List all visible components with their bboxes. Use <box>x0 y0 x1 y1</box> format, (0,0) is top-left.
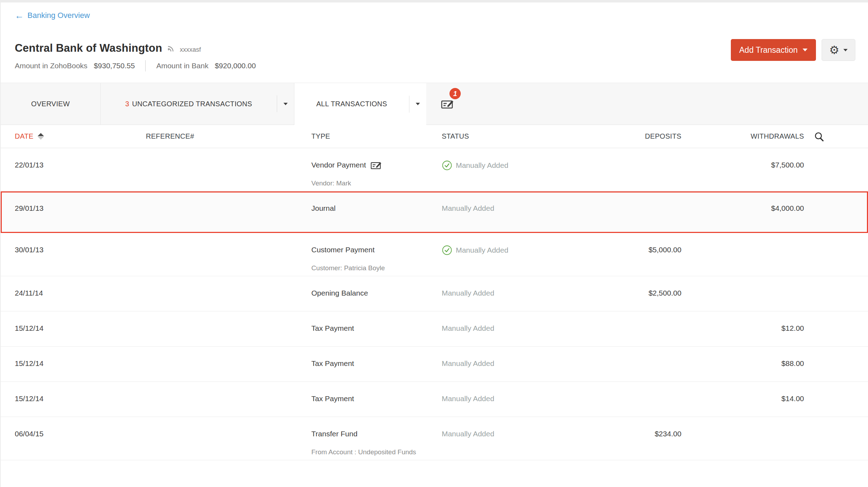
chevron-down-icon <box>416 103 420 105</box>
title-row: Central Bank of Washington xxxxasf <box>15 42 855 55</box>
row-withdrawal: $14.00 <box>681 394 804 404</box>
amount-in-bank-label: Amount in Bank <box>156 62 208 70</box>
row-date: 22/01/13 <box>15 160 146 170</box>
row-type: Tax Payment <box>311 359 354 368</box>
row-withdrawal: $88.00 <box>681 359 804 368</box>
status-check-icon <box>442 245 452 255</box>
row-status: Manually Added <box>456 245 508 255</box>
row-status-cell: Manually Added <box>442 288 582 298</box>
amount-in-zohobooks-value: $930,750.55 <box>94 62 135 70</box>
gear-icon: ⚙ <box>829 44 840 56</box>
row-date: 30/01/13 <box>15 245 146 255</box>
row-type-cell: Tax Payment <box>311 359 442 368</box>
page-header: ← Banking Overview Central Bank of Washi… <box>1 2 868 71</box>
transaction-row[interactable]: 30/01/13 Customer Payment Customer: Patr… <box>1 233 868 276</box>
row-type: Tax Payment <box>311 394 354 404</box>
row-status: Manually Added <box>442 203 494 213</box>
transaction-row[interactable]: 22/01/13 Vendor Payment Vendor: Mark <box>1 148 868 191</box>
row-type: Tax Payment <box>311 323 354 333</box>
column-header-deposits[interactable]: DEPOSITS <box>582 132 682 140</box>
column-header-withdrawals[interactable]: WITHDRAWALS <box>681 132 804 140</box>
back-to-banking-overview-link[interactable]: ← Banking Overview <box>15 11 90 20</box>
settings-dropdown-button[interactable]: ⚙ <box>822 39 855 61</box>
row-withdrawal: $12.00 <box>681 323 804 333</box>
row-type: Vendor Payment <box>311 160 366 170</box>
row-deposit: $2,500.00 <box>582 288 682 298</box>
transactions-body: 22/01/13 Vendor Payment Vendor: Mark <box>1 148 868 460</box>
pending-count-badge: 1 <box>449 88 461 99</box>
transaction-row[interactable]: 15/12/14 Tax Payment Manually Added $12.… <box>1 311 868 347</box>
all-transactions-dropdown-caret[interactable] <box>409 83 426 125</box>
row-status: Manually Added <box>442 359 494 368</box>
header-actions: Add Transaction ⚙ <box>731 39 855 61</box>
add-transaction-button[interactable]: Add Transaction <box>731 39 816 61</box>
add-transaction-label: Add Transaction <box>739 45 798 55</box>
banking-transactions-screen: ← Banking Overview Central Bank of Washi… <box>0 0 868 487</box>
table-header: DATE REFERENCE# TYPE STATUS DEPOSITS WIT… <box>1 125 868 148</box>
column-header-date[interactable]: DATE <box>15 132 146 140</box>
row-date: 15/12/14 <box>15 359 146 368</box>
row-status-cell: Manually Added <box>442 359 582 368</box>
row-type: Opening Balance <box>311 288 368 298</box>
tab-overview[interactable]: OVERVIEW <box>1 83 101 125</box>
check-write-icon <box>370 160 383 170</box>
row-subtext: Vendor: Mark <box>311 176 417 191</box>
row-type-cell: Journal <box>311 203 442 213</box>
tab-strip: OVERVIEW 3 UNCATEGORIZED TRANSACTIONS AL… <box>1 83 868 125</box>
row-type: Transfer Fund <box>311 429 357 439</box>
row-status-cell: Manually Added <box>442 203 582 213</box>
back-link-label: Banking Overview <box>27 11 90 20</box>
column-header-reference[interactable]: REFERENCE# <box>146 132 312 140</box>
chevron-down-icon <box>843 49 848 51</box>
tab-uncategorized-label: UNCATEGORIZED TRANSACTIONS <box>132 100 252 108</box>
amount-divider <box>145 60 146 71</box>
tab-all-transactions-active[interactable]: ALL TRANSACTIONS <box>294 83 426 125</box>
sort-ascending-icon <box>38 133 44 140</box>
row-status-cell: Manually Added <box>442 394 582 404</box>
check-print-tab-button[interactable]: 1 <box>441 83 455 125</box>
transaction-row-highlighted[interactable]: 29/01/13 Journal Manually Added $4,000.0… <box>1 191 868 233</box>
tab-all-transactions-label: ALL TRANSACTIONS <box>316 100 387 108</box>
chevron-down-icon <box>803 49 808 51</box>
column-header-status[interactable]: STATUS <box>442 132 582 140</box>
row-subtext: From Account : Undeposited Funds <box>311 444 417 460</box>
page-title: Central Bank of Washington <box>15 42 162 55</box>
row-type-cell: Customer Payment Customer: Patricia Boyl… <box>311 245 442 276</box>
account-code: xxxxasf <box>180 46 201 53</box>
status-check-icon <box>442 160 452 171</box>
row-status-cell: Manually Added <box>442 429 582 439</box>
row-withdrawal: $4,000.00 <box>681 203 804 213</box>
row-date: 15/12/14 <box>15 323 146 333</box>
uncategorized-count: 3 <box>125 100 129 108</box>
row-status-cell: Manually Added <box>442 160 582 171</box>
row-deposit: $5,000.00 <box>582 245 682 255</box>
row-status: Manually Added <box>442 394 494 404</box>
row-withdrawal: $7,500.00 <box>681 160 804 170</box>
row-type-cell: Transfer Fund From Account : Undeposited… <box>311 429 442 460</box>
row-type-cell: Tax Payment <box>311 323 442 333</box>
chevron-down-icon <box>283 103 288 105</box>
row-date: 06/04/15 <box>15 429 146 439</box>
transaction-row[interactable]: 24/11/14 Opening Balance Manually Added … <box>1 276 868 311</box>
row-type-cell: Opening Balance <box>311 288 442 298</box>
amount-in-zohobooks-label: Amount in ZohoBooks <box>15 62 88 70</box>
row-type-cell: Tax Payment <box>311 394 442 404</box>
row-status-cell: Manually Added <box>442 323 582 333</box>
uncategorized-dropdown-caret[interactable] <box>277 83 294 125</box>
bank-feed-icon <box>167 45 175 52</box>
row-status-cell: Manually Added <box>442 245 582 255</box>
search-button[interactable] <box>804 132 824 141</box>
row-date: 24/11/14 <box>15 288 146 298</box>
row-date: 15/12/14 <box>15 394 146 404</box>
column-header-type[interactable]: TYPE <box>311 132 442 140</box>
row-type-cell: Vendor Payment Vendor: Mark <box>311 160 442 191</box>
row-status: Manually Added <box>456 160 508 170</box>
row-status: Manually Added <box>442 429 494 439</box>
tab-overview-label: OVERVIEW <box>31 100 70 108</box>
transaction-row[interactable]: 15/12/14 Tax Payment Manually Added $14.… <box>1 382 868 417</box>
tab-uncategorized-transactions[interactable]: 3 UNCATEGORIZED TRANSACTIONS <box>101 83 294 125</box>
row-date: 29/01/13 <box>15 203 146 213</box>
transaction-row[interactable]: 06/04/15 Transfer Fund From Account : Un… <box>1 417 868 460</box>
transaction-row[interactable]: 15/12/14 Tax Payment Manually Added $88.… <box>1 347 868 382</box>
amount-summary: Amount in ZohoBooks $930,750.55 Amount i… <box>15 60 855 71</box>
